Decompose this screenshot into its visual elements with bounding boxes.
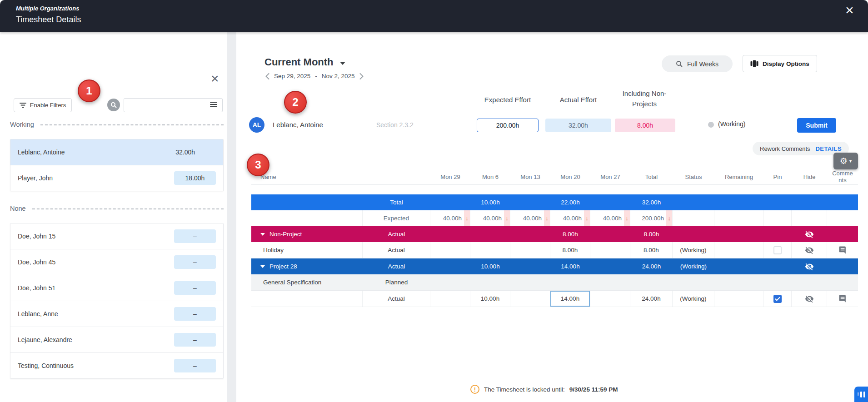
cell-effort: Actual [363,258,430,274]
cell-name[interactable]: Project 28 [251,258,363,274]
eye-off-icon[interactable] [805,246,814,255]
cell-mon6 [470,226,510,242]
list-item-leblanc-anne[interactable]: Leblanc, Anne– [10,301,223,327]
cell-mon29[interactable] [430,291,470,307]
cell-mon13[interactable] [510,291,550,307]
member-list-none: Doe, John 15–Doe, John 45–Doe, John 51–L… [10,223,224,379]
cell-mon20: 8.00h [550,226,590,242]
non-project-group-row: Non-ProjectActual8.00h8.00h [251,226,858,242]
cell-comment [827,210,858,226]
eye-off-icon[interactable] [805,294,814,303]
list-item-doe-john-15[interactable]: Doe, John 15– [10,223,223,249]
cell-name [251,194,363,210]
comment-icon[interactable] [838,246,847,254]
cell-remaining [714,258,763,274]
arrow-down-icon: ↓ [544,210,550,226]
search-input[interactable] [124,98,223,112]
prev-week-icon[interactable] [265,73,269,79]
column-header-status: Status [673,169,714,184]
cell-name [251,210,363,226]
cell-mon13[interactable] [510,242,550,258]
cell-hide [792,210,827,226]
filter-icon [20,102,26,108]
notification-corner-button[interactable]: ! [854,387,868,402]
list-item-doe-john-45[interactable]: Doe, John 45– [10,249,223,275]
cell-value: 40.00h [443,215,462,222]
cell-mon27[interactable] [590,291,630,307]
cell-hide [792,258,827,274]
member-name: Doe, John 45 [18,258,55,266]
next-week-icon[interactable] [359,73,364,79]
list-item-doe-john-51[interactable]: Doe, John 51– [10,275,223,301]
dashed-divider [40,124,224,125]
cell-mon27[interactable] [590,242,630,258]
details-link[interactable]: DETAILS [816,145,842,152]
timesheet-details-screen: Multiple Organizations Timesheet Details… [0,0,868,402]
pin-checkbox[interactable] [773,246,782,254]
cell-remaining [714,226,763,242]
cell-effort: Actual [363,226,430,242]
menu-icon[interactable] [210,101,217,108]
person-section: Section 2.3.2 [376,121,414,129]
actual-effort-value: 32.00h [545,119,611,132]
member-hours-pill: – [174,359,216,372]
cell-mon6: 40.00h↓ [470,210,510,226]
general-specification-row: General SpecificationPlanned [251,274,858,291]
annotation-badge-1: 1 [78,79,100,102]
date-range-nav: Sep 29, 2025 - Nov 2, 2025 [265,73,364,79]
cell-mon29 [430,258,470,274]
expected-effort-input[interactable] [477,119,539,132]
display-options-button[interactable]: Display Options [743,55,817,72]
submit-button[interactable]: Submit [797,118,836,133]
column-header-hide: Hide [792,169,827,184]
full-weeks-chip[interactable]: Full Weeks [662,55,733,72]
panel-close-icon[interactable]: × [211,71,219,86]
eye-off-icon[interactable] [805,230,814,239]
list-item-leblanc-antoine[interactable]: Leblanc, Antoine32.00h [10,139,223,165]
including-non-projects-value: 8.00h [615,119,675,132]
dashed-divider [32,208,224,209]
chevron-down-icon [340,62,345,65]
cell-effort: Planned [363,274,430,290]
member-hours-pill: 18.00h [174,171,216,185]
org-subtitle: Multiple Organizations [16,5,79,12]
close-icon[interactable]: × [845,1,854,19]
arrow-down-icon: ↓ [464,210,470,226]
including-non-projects-header: Including Non- Projects [608,88,681,109]
period-selector[interactable]: Current Month [264,56,345,68]
member-list-working: Leblanc, Antoine32.00hPlayer, John18.00h [10,139,224,191]
pin-checkbox[interactable] [773,295,782,303]
cell-mon13: 40.00h↓ [510,210,550,226]
list-item-player-john[interactable]: Player, John18.00h [10,165,223,191]
eye-off-icon[interactable] [805,262,814,271]
status-dot-icon [708,122,714,128]
cell-mon20[interactable]: 8.00h [550,242,590,258]
cell-comment [827,194,858,210]
cell-remaining [714,274,763,290]
cell-mon20[interactable]: 14.00h [550,291,590,307]
timesheet-header-row: NameMon 29Mon 6Mon 13Mon 20Mon 27TotalSt… [251,169,858,185]
full-weeks-label: Full Weeks [687,60,718,68]
cell-name[interactable]: Non-Project [251,226,363,242]
cell-status [673,274,714,290]
cell-value: 40.00h [523,215,542,222]
search-icon[interactable] [107,99,120,111]
cell-value: 200.00h [642,215,664,222]
cell-mon6[interactable] [470,242,510,258]
cell-effort: Actual [363,291,430,307]
range-end-date: Nov 2, 2025 [322,73,355,79]
cell-value: 40.00h [483,215,502,222]
cell-pin [763,242,792,258]
enable-filters-label: Enable Filters [30,102,66,109]
actual-effort-header: Actual Effort [545,96,611,104]
list-item-testing-continuous[interactable]: Testing, Continuous– [10,352,223,378]
list-item-lejaune-alexandre[interactable]: Lejaune, Alexandre– [10,327,223,352]
enable-filters-button[interactable]: Enable Filters [14,98,72,112]
cell-effort: Total [363,194,430,210]
cell-mon6[interactable]: 10.00h [470,291,510,307]
cell-mon29[interactable] [430,242,470,258]
comment-icon[interactable] [838,294,847,303]
cell-pin [763,258,792,274]
settings-button[interactable]: ⚙ ▾ [833,153,858,169]
cell-name: General Specification [251,274,363,290]
